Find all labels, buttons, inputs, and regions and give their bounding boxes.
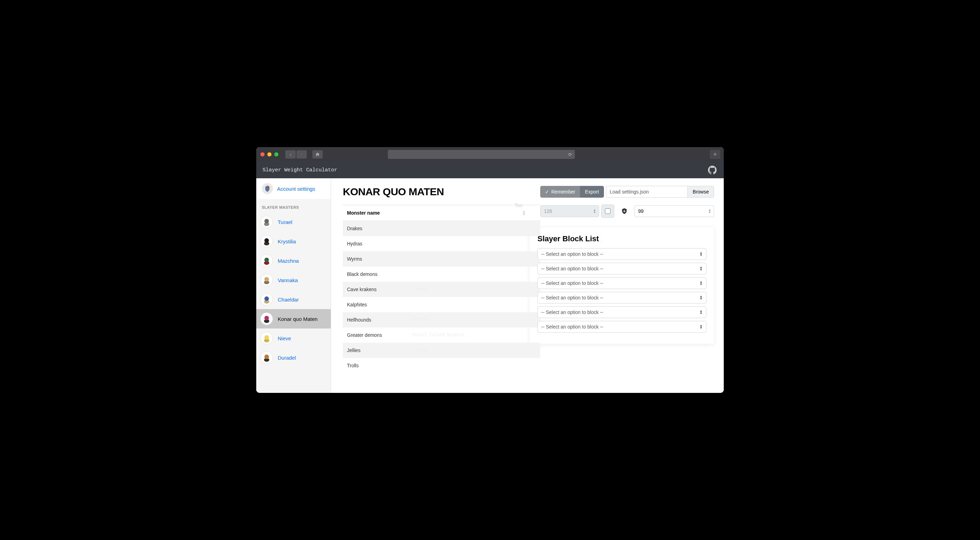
- browser-titlebar: ‹ › ⟳ +: [256, 147, 724, 162]
- browser-window: ‹ › ⟳ + Slayer Weight Calculator Account…: [256, 147, 724, 393]
- maximize-window-button[interactable]: [274, 152, 278, 156]
- master-name-label: Chaeldar: [278, 297, 299, 303]
- select-caret-icon: ▲▼: [700, 252, 703, 256]
- app-body: Account settings SLAYER MASTERS Turael K…: [256, 178, 724, 393]
- minimize-window-button[interactable]: [267, 152, 272, 156]
- back-button[interactable]: ‹: [285, 150, 296, 159]
- level-spinner[interactable]: ▲▼: [708, 209, 714, 214]
- master-name-label: Nieve: [278, 335, 291, 341]
- master-avatar-icon: [261, 293, 273, 306]
- lock-checkbox[interactable]: [605, 208, 611, 214]
- master-avatar-icon: [261, 216, 273, 228]
- master-name-label: Vannaka: [278, 277, 298, 283]
- reload-icon[interactable]: ⟳: [568, 152, 572, 157]
- monster-row[interactable]: Hellhoundsardmen: [343, 312, 540, 327]
- sidebar-master-item[interactable]: Krystilia: [256, 232, 331, 251]
- master-avatar-icon: [261, 313, 273, 325]
- monster-row[interactable]: Kalphites: [343, 297, 540, 312]
- master-name-label: Duradel: [278, 355, 296, 361]
- toolbar: ✓ Remember Export Load settings.json Bro…: [540, 186, 714, 198]
- ghost-text: ilisks: [412, 348, 427, 353]
- monster-row[interactable]: Black demons: [343, 267, 540, 282]
- ghost-text: Fossil Island Wyverns: [412, 332, 465, 337]
- main-content: KONAR QUO MATEN Monster name ▲▼ DrakesHy…: [331, 178, 724, 393]
- master-name-label: Mazchna: [278, 258, 299, 264]
- master-avatar-icon: [261, 332, 273, 345]
- monster-row[interactable]: Trolls: [343, 358, 540, 373]
- remember-button[interactable]: ✓ Remember: [540, 186, 580, 198]
- master-avatar-icon: [261, 254, 273, 267]
- points-spinner[interactable]: ▲▼: [592, 209, 599, 214]
- monster-row[interactable]: Hydras: [343, 236, 540, 251]
- select-caret-icon: ▲▼: [700, 281, 703, 286]
- block-select[interactable]: -- Select an option to block --▲▼: [538, 321, 706, 333]
- home-button[interactable]: [312, 150, 323, 159]
- remember-export-group: ✓ Remember Export: [540, 186, 604, 198]
- monster-rows: DrakesHydrasWyrmsBlack demonsCave kraken…: [343, 221, 540, 373]
- select-caret-icon: ▲▼: [700, 266, 703, 271]
- address-bar[interactable]: ⟳: [388, 150, 575, 159]
- sidebar-master-item[interactable]: Duradel: [256, 348, 331, 367]
- sort-icon[interactable]: ▲▼: [522, 210, 526, 216]
- export-label: Export: [585, 189, 599, 195]
- monster-row[interactable]: Wyrms: [343, 251, 540, 267]
- export-button[interactable]: Export: [580, 186, 604, 198]
- sidebar-master-item[interactable]: Chaeldar: [256, 290, 331, 309]
- monster-row[interactable]: Cave krakensragons: [343, 282, 540, 297]
- nav-button-group: ‹ ›: [285, 150, 307, 159]
- master-name-label: Krystilia: [278, 238, 296, 245]
- file-input[interactable]: Load settings.json: [606, 186, 688, 198]
- file-input-group: Load settings.json Browse: [606, 186, 714, 198]
- block-select[interactable]: -- Select an option to block --▲▼: [538, 248, 706, 260]
- points-input-group: ▲▼: [540, 205, 599, 217]
- select-caret-icon: ▲▼: [700, 310, 703, 314]
- select-caret-icon: ▲▼: [700, 295, 703, 300]
- sidebar-master-item[interactable]: Turael: [256, 212, 331, 232]
- new-tab-button[interactable]: +: [710, 150, 720, 159]
- block-slots: -- Select an option to block --▲▼-- Sele…: [538, 248, 706, 333]
- sidebar: Account settings SLAYER MASTERS Turael K…: [256, 178, 331, 393]
- monster-row[interactable]: Greater demonsFossil Island Wyverns: [343, 327, 540, 343]
- svg-point-8: [264, 277, 269, 281]
- browse-button[interactable]: Browse: [687, 186, 714, 198]
- block-select[interactable]: -- Select an option to block --▲▼: [538, 263, 706, 275]
- svg-point-4: [264, 238, 269, 243]
- block-list-panel: Slayer Block List -- Select an option to…: [530, 227, 714, 344]
- svg-point-10: [264, 296, 269, 301]
- svg-point-6: [264, 257, 269, 262]
- monster-table-area: KONAR QUO MATEN Monster name ▲▼ DrakesHy…: [331, 178, 540, 393]
- col-monster-name[interactable]: Monster name: [347, 210, 380, 216]
- master-avatar-icon: [261, 274, 273, 286]
- app-header: Slayer Weight Calculator: [256, 162, 724, 178]
- sidebar-master-item[interactable]: Vannaka: [256, 270, 331, 290]
- master-list: Turael Krystilia Mazchna Vannaka: [256, 212, 331, 367]
- master-name-label: Turael: [278, 219, 292, 225]
- level-input[interactable]: [635, 206, 708, 217]
- points-input[interactable]: [541, 206, 592, 217]
- monster-row[interactable]: Drakes: [343, 221, 540, 236]
- sidebar-master-item[interactable]: Nieve: [256, 329, 331, 348]
- github-icon[interactable]: [707, 165, 718, 175]
- sidebar-master-item[interactable]: Konar quo Maten: [256, 309, 331, 329]
- defence-icon: [620, 207, 628, 215]
- sidebar-master-item[interactable]: Mazchna: [256, 251, 331, 270]
- master-avatar-icon: [261, 235, 273, 248]
- monster-row[interactable]: Jelliesilisks: [343, 343, 540, 358]
- app-title: Slayer Weight Calculator: [262, 167, 337, 173]
- block-select[interactable]: -- Select an option to block --▲▼: [538, 307, 706, 318]
- remember-label: Remember: [551, 189, 575, 195]
- block-select[interactable]: -- Select an option to block --▲▼: [538, 292, 706, 303]
- sidebar-section-label: SLAYER MASTERS: [256, 199, 331, 212]
- block-select[interactable]: -- Select an option to block --▲▼: [538, 277, 706, 289]
- level-input-group: ▲▼: [635, 205, 714, 217]
- forward-button[interactable]: ›: [296, 150, 307, 159]
- close-window-button[interactable]: [261, 152, 264, 156]
- home-icon: [315, 152, 320, 157]
- lock-checkbox-container: [601, 205, 614, 218]
- table-header-row: Monster name ▲▼: [343, 205, 540, 221]
- master-name-label: Konar quo Maten: [278, 316, 318, 322]
- svg-point-2: [264, 219, 269, 223]
- sidebar-account-settings[interactable]: Account settings: [256, 178, 331, 199]
- select-caret-icon: ▲▼: [700, 324, 703, 329]
- ghost-text: ragons: [412, 287, 427, 291]
